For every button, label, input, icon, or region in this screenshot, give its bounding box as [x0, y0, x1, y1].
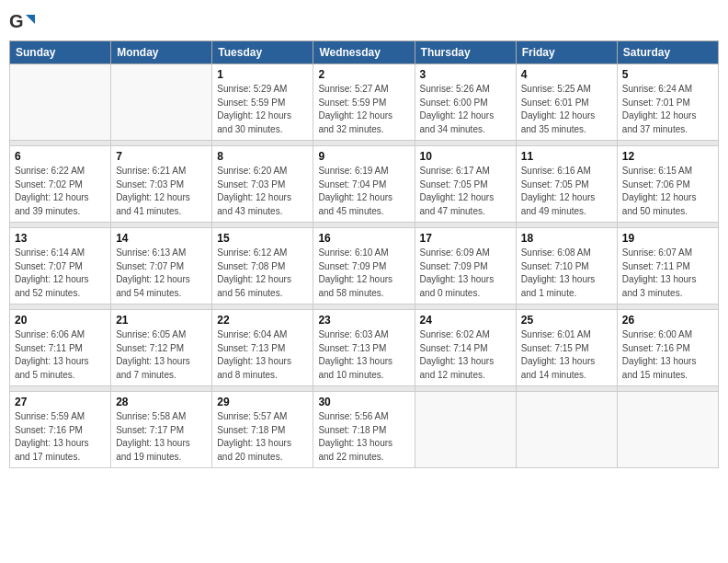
- day-number: 11: [521, 150, 612, 163]
- day-info: Sunrise: 6:09 AM Sunset: 7:09 PM Dayligh…: [420, 247, 511, 300]
- day-info: Sunrise: 6:21 AM Sunset: 7:03 PM Dayligh…: [116, 165, 207, 218]
- day-info: Sunrise: 6:17 AM Sunset: 7:05 PM Dayligh…: [420, 165, 511, 218]
- calendar-cell: [111, 64, 212, 141]
- day-info: Sunrise: 6:22 AM Sunset: 7:02 PM Dayligh…: [15, 165, 106, 218]
- day-info: Sunrise: 6:03 AM Sunset: 7:13 PM Dayligh…: [318, 328, 409, 382]
- day-number: 17: [420, 232, 511, 245]
- day-number: 22: [217, 314, 308, 327]
- calendar-cell: 8Sunrise: 6:20 AM Sunset: 7:03 PM Daylig…: [212, 146, 313, 223]
- day-number: 18: [521, 232, 612, 245]
- day-number: 26: [622, 314, 713, 327]
- day-info: Sunrise: 6:24 AM Sunset: 7:01 PM Dayligh…: [622, 83, 713, 136]
- calendar-cell: 29Sunrise: 5:57 AM Sunset: 7:18 PM Dayli…: [212, 392, 313, 468]
- calendar-cell: 15Sunrise: 6:12 AM Sunset: 7:08 PM Dayli…: [212, 228, 313, 304]
- day-number: 24: [420, 314, 511, 327]
- calendar-cell: 9Sunrise: 6:19 AM Sunset: 7:04 PM Daylig…: [313, 146, 415, 223]
- weekday-saturday: Saturday: [617, 41, 718, 64]
- day-info: Sunrise: 5:29 AM Sunset: 5:59 PM Dayligh…: [217, 83, 308, 136]
- day-info: Sunrise: 6:02 AM Sunset: 7:14 PM Dayligh…: [420, 328, 511, 382]
- calendar-cell: 22Sunrise: 6:04 AM Sunset: 7:13 PM Dayli…: [212, 310, 313, 386]
- day-info: Sunrise: 6:14 AM Sunset: 7:07 PM Dayligh…: [15, 247, 106, 300]
- calendar-cell: 19Sunrise: 6:07 AM Sunset: 7:11 PM Dayli…: [617, 228, 718, 304]
- day-info: Sunrise: 6:15 AM Sunset: 7:06 PM Dayligh…: [622, 165, 713, 218]
- day-number: 14: [116, 232, 207, 245]
- calendar-cell: [415, 392, 516, 468]
- day-number: 12: [622, 150, 713, 163]
- calendar-cell: 16Sunrise: 6:10 AM Sunset: 7:09 PM Dayli…: [313, 228, 415, 304]
- calendar-cell: 27Sunrise: 5:59 AM Sunset: 7:16 PM Dayli…: [10, 392, 111, 468]
- calendar-cell: 24Sunrise: 6:02 AM Sunset: 7:14 PM Dayli…: [415, 310, 516, 386]
- day-info: Sunrise: 5:25 AM Sunset: 6:01 PM Dayligh…: [521, 83, 612, 136]
- weekday-wednesday: Wednesday: [313, 41, 415, 64]
- day-number: 19: [622, 232, 713, 245]
- week-row-2: 13Sunrise: 6:14 AM Sunset: 7:07 PM Dayli…: [10, 228, 719, 304]
- day-number: 2: [318, 68, 409, 81]
- week-row-0: 1Sunrise: 5:29 AM Sunset: 5:59 PM Daylig…: [10, 64, 719, 141]
- week-row-1: 6Sunrise: 6:22 AM Sunset: 7:02 PM Daylig…: [10, 146, 719, 223]
- calendar-body: 1Sunrise: 5:29 AM Sunset: 5:59 PM Daylig…: [10, 64, 719, 468]
- svg-text:G: G: [9, 11, 24, 31]
- calendar-cell: [617, 392, 718, 468]
- day-number: 6: [15, 150, 106, 163]
- calendar-cell: 11Sunrise: 6:16 AM Sunset: 7:05 PM Dayli…: [516, 146, 617, 223]
- calendar-cell: 14Sunrise: 6:13 AM Sunset: 7:07 PM Dayli…: [111, 228, 212, 304]
- day-info: Sunrise: 5:58 AM Sunset: 7:17 PM Dayligh…: [116, 410, 207, 464]
- calendar-cell: [10, 64, 111, 141]
- day-number: 29: [217, 396, 308, 408]
- page-header: G: [9, 9, 719, 35]
- day-number: 16: [318, 232, 409, 245]
- weekday-sunday: Sunday: [10, 41, 111, 64]
- day-number: 10: [420, 150, 511, 163]
- day-info: Sunrise: 5:26 AM Sunset: 6:00 PM Dayligh…: [420, 83, 511, 136]
- calendar-cell: 4Sunrise: 5:25 AM Sunset: 6:01 PM Daylig…: [516, 64, 617, 141]
- calendar-cell: 3Sunrise: 5:26 AM Sunset: 6:00 PM Daylig…: [415, 64, 516, 141]
- day-number: 27: [15, 396, 106, 408]
- calendar-cell: 30Sunrise: 5:56 AM Sunset: 7:18 PM Dayli…: [313, 392, 415, 468]
- day-number: 20: [15, 314, 106, 327]
- calendar-cell: 2Sunrise: 5:27 AM Sunset: 5:59 PM Daylig…: [313, 64, 415, 141]
- day-info: Sunrise: 6:16 AM Sunset: 7:05 PM Dayligh…: [521, 165, 612, 218]
- weekday-friday: Friday: [516, 41, 617, 64]
- day-info: Sunrise: 6:07 AM Sunset: 7:11 PM Dayligh…: [622, 247, 713, 300]
- day-info: Sunrise: 6:08 AM Sunset: 7:10 PM Dayligh…: [521, 247, 612, 300]
- weekday-monday: Monday: [111, 41, 212, 64]
- calendar-table: SundayMondayTuesdayWednesdayThursdayFrid…: [9, 40, 719, 468]
- day-number: 9: [318, 150, 409, 163]
- day-info: Sunrise: 6:19 AM Sunset: 7:04 PM Dayligh…: [318, 165, 409, 218]
- day-number: 13: [15, 232, 106, 245]
- weekday-tuesday: Tuesday: [212, 41, 313, 64]
- day-number: 30: [318, 396, 409, 408]
- calendar-cell: [516, 392, 617, 468]
- day-number: 5: [622, 68, 713, 81]
- day-info: Sunrise: 6:05 AM Sunset: 7:12 PM Dayligh…: [116, 328, 207, 382]
- calendar-cell: 7Sunrise: 6:21 AM Sunset: 7:03 PM Daylig…: [111, 146, 212, 223]
- calendar-cell: 20Sunrise: 6:06 AM Sunset: 7:11 PM Dayli…: [10, 310, 111, 386]
- day-info: Sunrise: 5:59 AM Sunset: 7:16 PM Dayligh…: [15, 410, 106, 464]
- calendar-cell: 26Sunrise: 6:00 AM Sunset: 7:16 PM Dayli…: [617, 310, 718, 386]
- calendar-cell: 25Sunrise: 6:01 AM Sunset: 7:15 PM Dayli…: [516, 310, 617, 386]
- day-number: 21: [116, 314, 207, 327]
- day-number: 1: [217, 68, 308, 81]
- day-info: Sunrise: 5:57 AM Sunset: 7:18 PM Dayligh…: [217, 410, 308, 464]
- day-number: 4: [521, 68, 612, 81]
- day-info: Sunrise: 6:04 AM Sunset: 7:13 PM Dayligh…: [217, 328, 308, 382]
- week-row-3: 20Sunrise: 6:06 AM Sunset: 7:11 PM Dayli…: [10, 310, 719, 386]
- calendar-cell: 12Sunrise: 6:15 AM Sunset: 7:06 PM Dayli…: [617, 146, 718, 223]
- day-number: 3: [420, 68, 511, 81]
- weekday-header-row: SundayMondayTuesdayWednesdayThursdayFrid…: [10, 41, 719, 64]
- day-number: 15: [217, 232, 308, 245]
- calendar-cell: 28Sunrise: 5:58 AM Sunset: 7:17 PM Dayli…: [111, 392, 212, 468]
- day-number: 25: [521, 314, 612, 327]
- day-info: Sunrise: 6:00 AM Sunset: 7:16 PM Dayligh…: [622, 328, 713, 382]
- day-number: 7: [116, 150, 207, 163]
- day-number: 8: [217, 150, 308, 163]
- calendar-cell: 23Sunrise: 6:03 AM Sunset: 7:13 PM Dayli…: [313, 310, 415, 386]
- calendar-cell: 18Sunrise: 6:08 AM Sunset: 7:10 PM Dayli…: [516, 228, 617, 304]
- day-info: Sunrise: 6:06 AM Sunset: 7:11 PM Dayligh…: [15, 328, 106, 382]
- calendar-cell: 1Sunrise: 5:29 AM Sunset: 5:59 PM Daylig…: [212, 64, 313, 141]
- day-info: Sunrise: 6:12 AM Sunset: 7:08 PM Dayligh…: [217, 247, 308, 300]
- calendar-cell: 21Sunrise: 6:05 AM Sunset: 7:12 PM Dayli…: [111, 310, 212, 386]
- calendar-cell: 13Sunrise: 6:14 AM Sunset: 7:07 PM Dayli…: [10, 228, 111, 304]
- day-info: Sunrise: 5:27 AM Sunset: 5:59 PM Dayligh…: [318, 83, 409, 136]
- logo: G: [9, 9, 37, 35]
